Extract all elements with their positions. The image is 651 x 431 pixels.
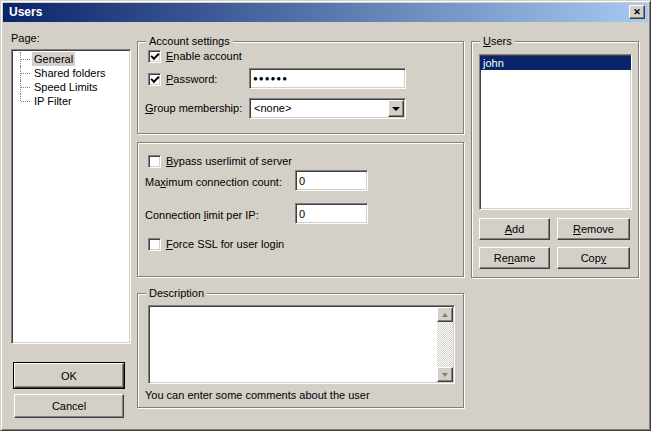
max-connections-input[interactable] — [295, 170, 368, 191]
triangle-down-icon — [442, 373, 448, 380]
description-input[interactable] — [150, 307, 437, 382]
group-membership-select[interactable]: <none> — [249, 98, 406, 119]
description-textbox — [148, 305, 455, 384]
scroll-down-button[interactable] — [437, 367, 453, 382]
copy-user-button[interactable]: Copy — [557, 247, 630, 269]
copy-user-button-label: Copy — [581, 252, 607, 264]
users-group-title: Users — [480, 35, 515, 48]
bypass-userlimit-label[interactable]: Bypass userlimit of server — [166, 155, 292, 168]
force-ssl-label[interactable]: Force SSL for user login — [166, 238, 284, 251]
group-membership-label: Group membership: — [145, 102, 242, 115]
group-membership-value: <none> — [254, 101, 291, 116]
password-checkbox[interactable] — [148, 73, 161, 86]
titlebar[interactable]: Users ✕ — [3, 3, 648, 22]
scroll-up-button[interactable] — [437, 307, 453, 322]
account-settings-group: Account settings Enable account Password… — [137, 41, 464, 134]
page-tree-item-label: Speed Limits — [32, 80, 100, 94]
description-scrollbar[interactable] — [437, 307, 453, 382]
bypass-userlimit-checkbox[interactable] — [148, 155, 161, 168]
account-settings-group-title: Account settings — [146, 35, 233, 48]
connection-limit-per-ip-label: Connection limit per IP: — [145, 209, 259, 222]
page-tree-item-label: General — [32, 52, 75, 66]
combo-dropdown-button[interactable] — [388, 100, 404, 117]
add-user-button[interactable]: Add — [479, 218, 550, 240]
cancel-button[interactable]: Cancel — [14, 394, 124, 418]
page-tree-item-general[interactable]: General — [12, 52, 130, 66]
ok-button-label: OK — [61, 370, 77, 382]
remove-user-button[interactable]: Remove — [557, 218, 630, 240]
add-user-button-label: Add — [505, 223, 525, 235]
limits-group: Bypass userlimit of server Maximum conne… — [137, 142, 464, 277]
close-icon: ✕ — [633, 3, 641, 22]
remove-user-button-label: Remove — [573, 223, 614, 235]
enable-account-checkbox[interactable] — [148, 50, 161, 63]
cancel-button-label: Cancel — [52, 400, 86, 412]
page-tree-item-label: IP Filter — [32, 94, 74, 108]
users-dialog: Users ✕ Page: General Shared folders Spe… — [0, 0, 651, 431]
description-hint: You can enter some comments about the us… — [145, 389, 370, 402]
users-list[interactable]: john — [479, 54, 632, 210]
max-connections-label: Maximum connection count: — [145, 176, 282, 189]
description-group: Description You can enter some comments … — [137, 293, 464, 408]
description-group-title: Description — [146, 287, 207, 300]
rename-user-button-label: Rename — [494, 252, 536, 264]
password-label[interactable]: Password: — [166, 73, 217, 86]
password-input[interactable] — [249, 68, 406, 89]
page-tree-item-ip-filter[interactable]: IP Filter — [12, 94, 130, 108]
scrollbar-track — [437, 322, 453, 367]
page-tree-item-speed-limits[interactable]: Speed Limits — [12, 80, 130, 94]
page-label: Page: — [11, 32, 40, 45]
page-tree-item-shared-folders[interactable]: Shared folders — [12, 66, 130, 80]
user-list-item[interactable]: john — [480, 56, 631, 70]
rename-user-button[interactable]: Rename — [479, 247, 550, 269]
enable-account-label[interactable]: Enable account — [166, 50, 242, 63]
triangle-up-icon — [442, 310, 448, 317]
close-button[interactable]: ✕ — [629, 5, 645, 19]
force-ssl-checkbox[interactable] — [148, 238, 161, 251]
page-tree-item-label: Shared folders — [32, 66, 108, 80]
window-title: Users — [9, 5, 42, 19]
chevron-down-icon — [392, 107, 400, 115]
page-tree[interactable]: General Shared folders Speed Limits IP F… — [11, 49, 131, 344]
connection-limit-per-ip-input[interactable] — [295, 203, 368, 224]
ok-button[interactable]: OK — [14, 363, 124, 388]
users-group: Users john Add Remove Rename Copy — [471, 41, 639, 278]
